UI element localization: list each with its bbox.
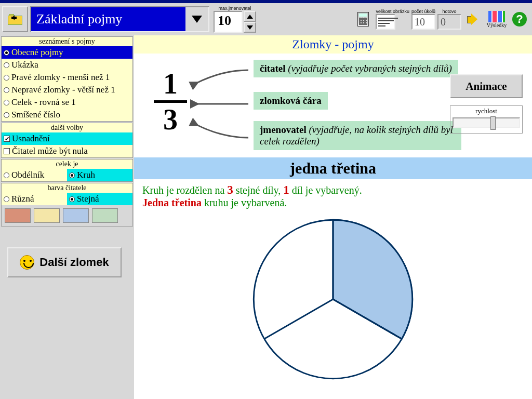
group-topics-title: seznámení s pojmy — [2, 37, 132, 46]
topic-whole-equals-one[interactable]: Celek - rovná se 1 — [2, 96, 132, 109]
pointer-arrows — [186, 60, 254, 153]
color-same[interactable]: Stejná — [67, 193, 132, 205]
topic-dropdown-value: Základní pojmy — [31, 7, 185, 31]
back-button[interactable] — [2, 6, 28, 32]
fraction-bar — [154, 100, 187, 103]
color-swatch-1[interactable] — [5, 208, 31, 223]
max-denominator-label: max.jmenovatel — [214, 6, 256, 11]
fraction-pie — [250, 216, 416, 382]
help-button[interactable]: ? — [509, 7, 530, 31]
option-numerator-zero[interactable]: Čitatel může být nula — [2, 145, 132, 157]
numerator-explain: čitatel (vyjadřuje počet vybraných stejn… — [254, 60, 458, 77]
smiley-icon — [20, 255, 34, 270]
fraction-numerator: 1 — [150, 69, 191, 98]
calculator-icon — [357, 12, 369, 26]
help-icon: ? — [512, 12, 527, 26]
shape-rectangle[interactable]: Obdélník — [2, 169, 67, 181]
color-swatch-4[interactable] — [92, 208, 118, 223]
topic-mixed-number[interactable]: Smíšené číslo — [2, 109, 132, 121]
max-denominator-up[interactable] — [244, 11, 256, 22]
group-color-title: barva čitatele — [2, 183, 132, 193]
chevron-down-icon — [185, 7, 208, 31]
color-swatch-3[interactable] — [63, 208, 89, 223]
animation-button[interactable]: Animace — [450, 74, 523, 98]
option-easier[interactable]: ✔Usnadnění — [2, 132, 132, 145]
sidebar: seznámení s pojmy Obecné pojmy Ukázka Pr… — [0, 35, 134, 399]
bar-chart-icon — [488, 11, 505, 22]
next-fraction-button[interactable]: Další zlomek — [7, 247, 122, 277]
topic-example[interactable]: Ukázka — [2, 59, 132, 71]
done-label: hotovo — [437, 9, 461, 14]
description-text: Kruh je rozdělen na 3 stejné díly, 1 díl… — [134, 179, 532, 213]
task-count-input[interactable] — [411, 14, 435, 30]
fraction-denominator: 3 — [150, 105, 191, 134]
image-size-control[interactable] — [376, 14, 395, 30]
sound-button[interactable] — [463, 7, 484, 31]
main-title: Zlomky - pojmy — [134, 35, 532, 54]
group-shape-title: celek je — [2, 159, 132, 169]
fraction-display: 1 3 — [150, 69, 191, 134]
folder-up-icon — [8, 14, 22, 25]
fraction-name-banner: jedna třetina — [134, 157, 532, 179]
toolbar: Základní pojmy max.jmenovatel 10 velikos… — [0, 3, 532, 35]
speed-control: rychlost — [450, 105, 523, 134]
topic-improper-fractions[interactable]: Nepravé zlomky - větší než 1 — [2, 84, 132, 96]
color-different[interactable]: Různá — [2, 193, 67, 205]
shape-circle[interactable]: Kruh — [67, 169, 132, 181]
max-denominator-value[interactable]: 10 — [214, 11, 243, 33]
done-value — [437, 14, 461, 30]
task-count-label: počet úkolů — [411, 9, 435, 14]
max-denominator-down[interactable] — [244, 22, 256, 33]
main-panel: Zlomky - pojmy 1 3 čitatel (vyjadřuje po… — [134, 35, 532, 399]
image-size-label: velikost obrázku — [376, 9, 409, 14]
results-label: Výsledky — [487, 22, 507, 28]
results-button[interactable]: Výsledky — [486, 7, 507, 31]
color-swatch-2[interactable] — [34, 208, 60, 223]
calculator-button[interactable] — [353, 7, 374, 31]
speed-slider[interactable] — [453, 117, 520, 128]
bar-explain: zlomková čára — [254, 92, 328, 110]
topic-dropdown[interactable]: Základní pojmy — [30, 6, 209, 32]
topic-general-concepts[interactable]: Obecné pojmy — [2, 46, 132, 59]
topic-proper-fractions[interactable]: Pravé zlomky - menší než 1 — [2, 71, 132, 84]
speaker-icon — [467, 12, 481, 26]
denominator-explain: jmenovatel (vyjadřuje, na kolik stejných… — [254, 121, 461, 150]
group-options-title: další volby — [2, 123, 132, 132]
